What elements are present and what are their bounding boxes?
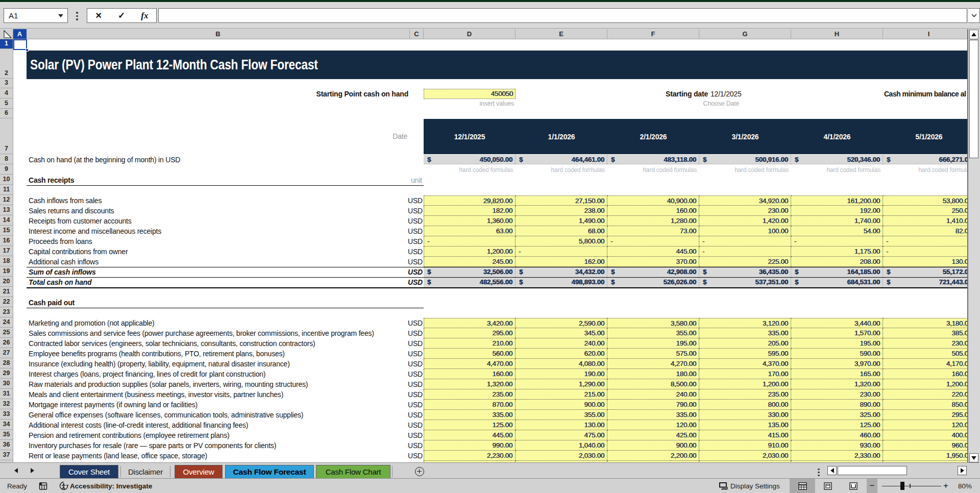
display-settings-icon[interactable] [719, 479, 729, 493]
row-header-27[interactable]: 27 [0, 349, 13, 358]
column-header-C[interactable]: C [410, 29, 424, 39]
cell-D27[interactable]: 560.00 [424, 349, 516, 359]
cell-D28[interactable]: 4,470.00 [424, 359, 516, 369]
cell-F35[interactable]: 425.00 [607, 430, 699, 440]
row-header-33[interactable]: 33 [0, 410, 13, 420]
cell-H37[interactable]: 2,330.00 [791, 451, 883, 461]
cell-E30[interactable]: 1,290.00 [516, 379, 607, 389]
cell-H35[interactable]: 460.00 [791, 430, 883, 440]
cell-G27[interactable]: 595.00 [699, 349, 791, 359]
cell-G8[interactable]: $500,916.00 [699, 155, 791, 165]
cell-E32[interactable]: 900.00 [516, 400, 607, 410]
cell-H8[interactable]: $520,346.00 [791, 155, 883, 165]
cell-G32[interactable]: 800.00 [699, 400, 791, 410]
cell-D36[interactable]: 990.00 [424, 440, 516, 451]
cell-G35[interactable]: 415.00 [699, 430, 791, 440]
tab-scroll-left-button[interactable] [14, 468, 18, 473]
cell-H12[interactable]: 161,200.00 [791, 195, 883, 206]
row-header-23[interactable]: 23 [0, 308, 13, 317]
cell-E27[interactable]: 620.00 [516, 349, 607, 359]
hscroll-drag-handle[interactable] [817, 467, 821, 476]
cell-D18[interactable]: 245.00 [424, 257, 516, 267]
cell-H13[interactable]: 192.00 [791, 206, 883, 216]
cell-H19[interactable]: $164,185.00 [791, 267, 883, 277]
vertical-scrollbar[interactable] [968, 29, 980, 462]
cell-G31[interactable]: 235.00 [699, 389, 791, 400]
cell-D12[interactable]: 29,820.00 [424, 195, 516, 206]
cell-D17[interactable]: 1,200.00 [424, 246, 516, 257]
insert-function-icon[interactable]: fx [141, 11, 148, 21]
cell-D32[interactable]: 870.00 [424, 400, 516, 410]
cell-H33[interactable]: 325.00 [791, 410, 883, 420]
row-header-19[interactable]: 19 [0, 267, 13, 277]
cell-I37[interactable]: 1,950.00 [883, 451, 967, 461]
status-display-settings[interactable]: Display Settings [730, 479, 780, 493]
cell-G36[interactable]: 910.00 [699, 440, 791, 451]
cell-F32[interactable]: 790.00 [607, 400, 699, 410]
scroll-up-button[interactable] [969, 30, 978, 39]
cell-E34[interactable]: 130.00 [516, 420, 607, 430]
cell-F8[interactable]: $483,118.00 [607, 155, 699, 165]
row-header-14[interactable]: 14 [0, 216, 13, 226]
cell-G29[interactable]: 170.00 [699, 369, 791, 379]
row-header-26[interactable]: 26 [0, 338, 13, 348]
cell-F26[interactable]: 195.00 [607, 338, 699, 349]
cell-D8[interactable]: $450,050.00 [424, 155, 516, 165]
cell-H34[interactable]: 125.00 [791, 420, 883, 430]
row-header-17[interactable]: 17 [0, 246, 13, 256]
cell-I8[interactable]: $666,271.00 [883, 155, 967, 165]
cell-H29[interactable]: 165.00 [791, 369, 883, 379]
cell-I30[interactable]: 1,200.00 [883, 379, 967, 389]
cell-E35[interactable]: 475.00 [516, 430, 607, 440]
fill-handle[interactable] [26, 48, 29, 52]
cell-H36[interactable]: 930.00 [791, 440, 883, 451]
formula-bar-drag-handle[interactable] [75, 10, 79, 21]
row-header-25[interactable]: 25 [0, 328, 13, 338]
cell-F31[interactable]: 240.00 [607, 389, 699, 400]
cell-I19[interactable]: $55,172.00 [883, 267, 967, 277]
cell-F15[interactable]: 73.00 [607, 226, 699, 236]
cell-G33[interactable]: 330.00 [699, 410, 791, 420]
cell-I17[interactable]: - [883, 246, 967, 257]
cell-H20[interactable]: $684,531.00 [791, 277, 883, 287]
zoom-percentage[interactable]: 80% [958, 479, 972, 493]
cell-D13[interactable]: 182.00 [424, 206, 516, 216]
cell-F25[interactable]: 355.00 [607, 328, 699, 338]
cell-G30[interactable]: 1,200.00 [699, 379, 791, 389]
cell-F29[interactable]: 180.00 [607, 369, 699, 379]
cell-I26[interactable]: 230.00 [883, 338, 967, 349]
cell-F33[interactable]: 335.00 [607, 410, 699, 420]
row-header-15[interactable]: 15 [0, 226, 13, 236]
cell-F12[interactable]: 40,900.00 [607, 195, 699, 206]
cell-G25[interactable]: 335.00 [699, 328, 791, 338]
cell-I34[interactable]: 120.00 [883, 420, 967, 430]
cell-F16[interactable]: - [607, 236, 699, 246]
row-header-35[interactable]: 35 [0, 430, 13, 440]
sheet-tab-cash-flow-forecast[interactable]: Cash Flow Forecast [225, 465, 314, 478]
cell-I25[interactable]: 385.00 [883, 328, 967, 338]
row-header-1[interactable]: 1 [0, 39, 13, 49]
zoom-slider-thumb[interactable] [900, 482, 904, 490]
cell-D35[interactable]: 445.00 [424, 430, 516, 440]
cell-G15[interactable]: 100.00 [699, 226, 791, 236]
cell-E19[interactable]: $34,432.00 [516, 267, 607, 277]
row-header-18[interactable]: 18 [0, 257, 13, 266]
cell-D20[interactable]: $482,556.00 [424, 277, 516, 287]
cell-D26[interactable]: 210.00 [424, 338, 516, 349]
cell-H24[interactable]: 3,440.00 [791, 318, 883, 328]
spreadsheet-grid[interactable]: 1234567891011121314151617181920212223242… [0, 39, 967, 462]
row-header-5[interactable]: 5 [0, 99, 13, 109]
cell-G34[interactable]: 135.00 [699, 420, 791, 430]
cell-G17[interactable]: - [699, 246, 791, 257]
zoom-out-button[interactable]: − [867, 479, 877, 493]
cell-I24[interactable]: 3,180.00 [883, 318, 967, 328]
cell-D29[interactable]: 160.00 [424, 369, 516, 379]
cell-D30[interactable]: 1,320.00 [424, 379, 516, 389]
name-box-dropdown-icon[interactable] [58, 14, 63, 17]
row-header-8[interactable]: 8 [0, 155, 13, 164]
cell-E31[interactable]: 215.00 [516, 389, 607, 400]
cell-F19[interactable]: $42,908.00 [607, 267, 699, 277]
scroll-down-button[interactable] [969, 453, 978, 462]
cell-G18[interactable]: 225.00 [699, 257, 791, 267]
cell-F27[interactable]: 575.00 [607, 349, 699, 359]
